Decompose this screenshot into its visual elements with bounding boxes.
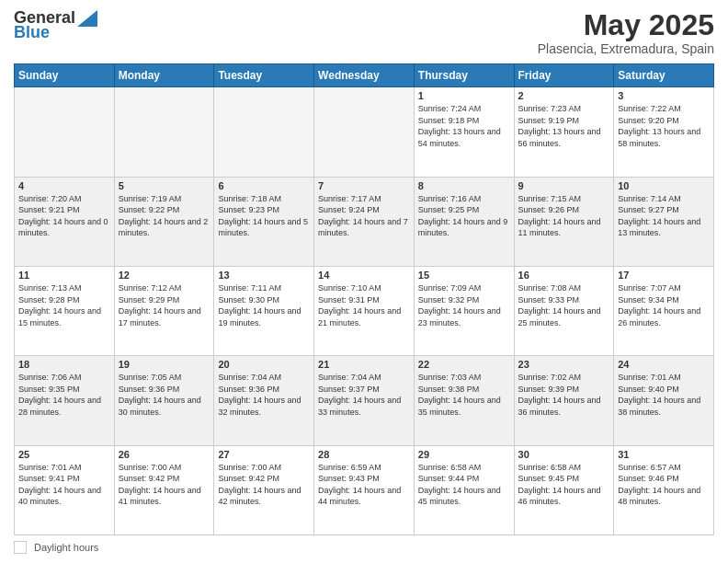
table-row: 14Sunrise: 7:10 AMSunset: 9:31 PMDayligh… bbox=[314, 266, 415, 355]
day-number: 28 bbox=[318, 449, 410, 460]
day-info: Sunrise: 7:24 AMSunset: 9:18 PMDaylight:… bbox=[418, 103, 510, 149]
day-number: 10 bbox=[618, 180, 710, 191]
day-number: 14 bbox=[318, 270, 410, 281]
calendar-week-row: 25Sunrise: 7:01 AMSunset: 9:41 PMDayligh… bbox=[15, 445, 714, 534]
day-number: 27 bbox=[218, 449, 310, 460]
day-number: 20 bbox=[218, 359, 310, 370]
day-info: Sunrise: 7:07 AMSunset: 9:34 PMDaylight:… bbox=[618, 282, 710, 328]
calendar-header-row: Sunday Monday Tuesday Wednesday Thursday… bbox=[15, 64, 714, 87]
day-number: 31 bbox=[618, 449, 710, 460]
day-number: 18 bbox=[18, 359, 110, 370]
day-info: Sunrise: 7:15 AMSunset: 9:26 PMDaylight:… bbox=[518, 193, 610, 239]
footer-box bbox=[14, 541, 27, 554]
table-row: 1Sunrise: 7:24 AMSunset: 9:18 PMDaylight… bbox=[414, 87, 514, 177]
day-number: 25 bbox=[18, 449, 110, 460]
day-number: 17 bbox=[618, 270, 710, 281]
table-row: 31Sunrise: 6:57 AMSunset: 9:46 PMDayligh… bbox=[614, 445, 714, 534]
day-number: 26 bbox=[119, 449, 210, 460]
table-row: 24Sunrise: 7:01 AMSunset: 9:40 PMDayligh… bbox=[614, 356, 714, 445]
day-info: Sunrise: 6:58 AMSunset: 9:44 PMDaylight:… bbox=[418, 462, 510, 508]
table-row: 10Sunrise: 7:14 AMSunset: 9:27 PMDayligh… bbox=[614, 177, 714, 266]
table-row bbox=[114, 87, 214, 177]
header-wednesday: Wednesday bbox=[314, 64, 415, 87]
day-number: 15 bbox=[418, 270, 510, 281]
day-info: Sunrise: 7:14 AMSunset: 9:27 PMDaylight:… bbox=[618, 193, 710, 239]
table-row: 22Sunrise: 7:03 AMSunset: 9:38 PMDayligh… bbox=[414, 356, 514, 445]
day-info: Sunrise: 7:09 AMSunset: 9:32 PMDaylight:… bbox=[418, 282, 510, 328]
table-row: 5Sunrise: 7:19 AMSunset: 9:22 PMDaylight… bbox=[114, 177, 214, 266]
day-info: Sunrise: 7:00 AMSunset: 9:42 PMDaylight:… bbox=[218, 462, 310, 508]
day-number: 3 bbox=[618, 90, 710, 101]
day-number: 8 bbox=[418, 180, 510, 191]
subtitle: Plasencia, Extremadura, Spain bbox=[538, 41, 714, 56]
calendar-week-row: 4Sunrise: 7:20 AMSunset: 9:21 PMDaylight… bbox=[15, 177, 714, 266]
logo: General Blue bbox=[14, 9, 97, 42]
day-info: Sunrise: 7:11 AMSunset: 9:30 PMDaylight:… bbox=[218, 282, 310, 328]
day-info: Sunrise: 6:59 AMSunset: 9:43 PMDaylight:… bbox=[318, 462, 410, 508]
table-row: 13Sunrise: 7:11 AMSunset: 9:30 PMDayligh… bbox=[214, 266, 314, 355]
day-info: Sunrise: 7:10 AMSunset: 9:31 PMDaylight:… bbox=[318, 282, 410, 328]
day-info: Sunrise: 7:06 AMSunset: 9:35 PMDaylight:… bbox=[18, 372, 110, 418]
calendar-week-row: 1Sunrise: 7:24 AMSunset: 9:18 PMDaylight… bbox=[15, 87, 714, 177]
table-row: 12Sunrise: 7:12 AMSunset: 9:29 PMDayligh… bbox=[114, 266, 214, 355]
table-row: 3Sunrise: 7:22 AMSunset: 9:20 PMDaylight… bbox=[614, 87, 714, 177]
calendar-table: Sunday Monday Tuesday Wednesday Thursday… bbox=[14, 63, 714, 535]
table-row bbox=[314, 87, 415, 177]
day-number: 2 bbox=[518, 90, 610, 101]
logo-blue: Blue bbox=[14, 24, 50, 42]
day-number: 22 bbox=[418, 359, 510, 370]
table-row: 26Sunrise: 7:00 AMSunset: 9:42 PMDayligh… bbox=[114, 445, 214, 534]
day-number: 13 bbox=[218, 270, 310, 281]
main-title: May 2025 bbox=[538, 9, 714, 41]
header-monday: Monday bbox=[114, 64, 214, 87]
calendar-week-row: 11Sunrise: 7:13 AMSunset: 9:28 PMDayligh… bbox=[15, 266, 714, 355]
day-info: Sunrise: 6:58 AMSunset: 9:45 PMDaylight:… bbox=[518, 462, 610, 508]
day-info: Sunrise: 6:57 AMSunset: 9:46 PMDaylight:… bbox=[618, 462, 710, 508]
day-number: 1 bbox=[418, 90, 510, 101]
header-saturday: Saturday bbox=[614, 64, 714, 87]
table-row: 2Sunrise: 7:23 AMSunset: 9:19 PMDaylight… bbox=[514, 87, 614, 177]
table-row bbox=[15, 87, 115, 177]
day-number: 23 bbox=[518, 359, 610, 370]
day-number: 24 bbox=[618, 359, 710, 370]
table-row: 9Sunrise: 7:15 AMSunset: 9:26 PMDaylight… bbox=[514, 177, 614, 266]
header-thursday: Thursday bbox=[414, 64, 514, 87]
table-row: 17Sunrise: 7:07 AMSunset: 9:34 PMDayligh… bbox=[614, 266, 714, 355]
title-block: May 2025 Plasencia, Extremadura, Spain bbox=[538, 9, 714, 56]
day-info: Sunrise: 7:04 AMSunset: 9:37 PMDaylight:… bbox=[318, 372, 410, 418]
table-row bbox=[214, 87, 314, 177]
day-number: 5 bbox=[119, 180, 210, 191]
day-number: 11 bbox=[18, 270, 110, 281]
table-row: 28Sunrise: 6:59 AMSunset: 9:43 PMDayligh… bbox=[314, 445, 415, 534]
header-friday: Friday bbox=[514, 64, 614, 87]
footer: Daylight hours bbox=[14, 541, 714, 554]
table-row: 19Sunrise: 7:05 AMSunset: 9:36 PMDayligh… bbox=[114, 356, 214, 445]
table-row: 23Sunrise: 7:02 AMSunset: 9:39 PMDayligh… bbox=[514, 356, 614, 445]
table-row: 6Sunrise: 7:18 AMSunset: 9:23 PMDaylight… bbox=[214, 177, 314, 266]
day-info: Sunrise: 7:17 AMSunset: 9:24 PMDaylight:… bbox=[318, 193, 410, 239]
day-number: 30 bbox=[518, 449, 610, 460]
table-row: 30Sunrise: 6:58 AMSunset: 9:45 PMDayligh… bbox=[514, 445, 614, 534]
table-row: 21Sunrise: 7:04 AMSunset: 9:37 PMDayligh… bbox=[314, 356, 415, 445]
table-row: 8Sunrise: 7:16 AMSunset: 9:25 PMDaylight… bbox=[414, 177, 514, 266]
day-info: Sunrise: 7:20 AMSunset: 9:21 PMDaylight:… bbox=[18, 193, 110, 239]
table-row: 25Sunrise: 7:01 AMSunset: 9:41 PMDayligh… bbox=[15, 445, 115, 534]
day-info: Sunrise: 7:05 AMSunset: 9:36 PMDaylight:… bbox=[119, 372, 210, 418]
day-info: Sunrise: 7:16 AMSunset: 9:25 PMDaylight:… bbox=[418, 193, 510, 239]
day-info: Sunrise: 7:00 AMSunset: 9:42 PMDaylight:… bbox=[119, 462, 210, 508]
day-number: 6 bbox=[218, 180, 310, 191]
header-sunday: Sunday bbox=[15, 64, 115, 87]
day-info: Sunrise: 7:13 AMSunset: 9:28 PMDaylight:… bbox=[18, 282, 110, 328]
day-info: Sunrise: 7:01 AMSunset: 9:40 PMDaylight:… bbox=[618, 372, 710, 418]
day-number: 19 bbox=[119, 359, 210, 370]
day-info: Sunrise: 7:18 AMSunset: 9:23 PMDaylight:… bbox=[218, 193, 310, 239]
day-info: Sunrise: 7:02 AMSunset: 9:39 PMDaylight:… bbox=[518, 372, 610, 418]
table-row: 11Sunrise: 7:13 AMSunset: 9:28 PMDayligh… bbox=[15, 266, 115, 355]
logo-icon bbox=[77, 10, 97, 27]
table-row: 20Sunrise: 7:04 AMSunset: 9:36 PMDayligh… bbox=[214, 356, 314, 445]
table-row: 29Sunrise: 6:58 AMSunset: 9:44 PMDayligh… bbox=[414, 445, 514, 534]
day-number: 29 bbox=[418, 449, 510, 460]
day-number: 9 bbox=[518, 180, 610, 191]
day-info: Sunrise: 7:01 AMSunset: 9:41 PMDaylight:… bbox=[18, 462, 110, 508]
day-number: 4 bbox=[18, 180, 110, 191]
